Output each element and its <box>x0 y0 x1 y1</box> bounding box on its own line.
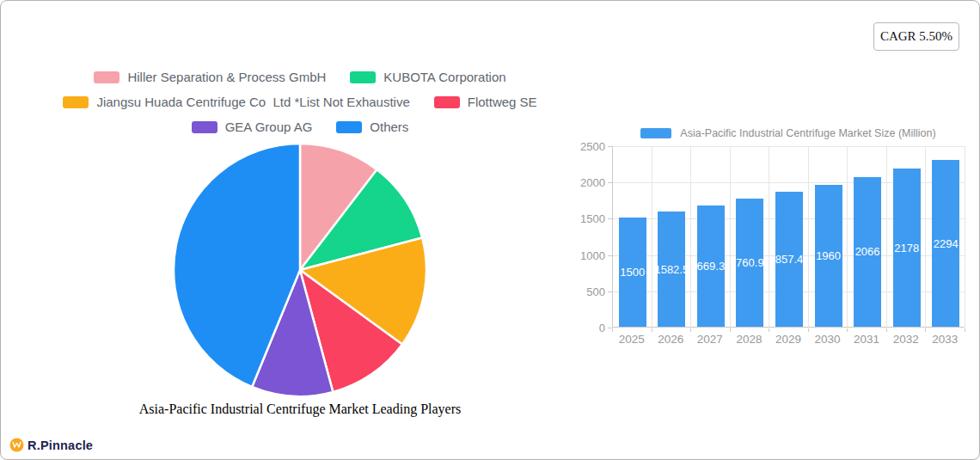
y-axis-tick-label: 500 <box>569 285 605 298</box>
bar-2033[interactable]: 2294 <box>932 160 959 327</box>
brand-logo: R.Pinnacle <box>9 438 93 452</box>
x-axis-tick <box>612 328 613 332</box>
x-axis-tick <box>925 328 926 332</box>
y-axis-tick-label: 2500 <box>569 140 605 153</box>
x-axis-tick-label: 2028 <box>730 333 769 346</box>
x-axis-tick <box>886 328 887 332</box>
x-axis-tick-label: 2033 <box>925 333 965 346</box>
brand-circle-icon <box>9 438 24 452</box>
legend-swatch-icon <box>63 96 89 108</box>
legend-swatch-icon <box>336 121 362 133</box>
pie-legend: Hiller Separation & Process GmbHKUBOTA C… <box>21 64 579 139</box>
legend-swatch-icon <box>434 96 460 108</box>
legend-swatch-icon <box>350 71 376 83</box>
bar-2031[interactable]: 2066 <box>854 177 881 327</box>
x-axis-tick-label: 2026 <box>652 333 691 346</box>
bar-chart-plot: 15001582.51669.381760.981857.46196020662… <box>612 146 965 328</box>
pie-legend-row: Hiller Separation & Process GmbHKUBOTA C… <box>21 64 579 89</box>
bar-2032[interactable]: 2178 <box>893 169 921 327</box>
x-axis-tick <box>808 328 809 332</box>
x-axis-tick <box>769 328 769 332</box>
legend-item-label: GEA Group AG <box>225 120 313 134</box>
legend-swatch-icon <box>192 121 217 133</box>
bar-legend-label: Asia-Pacific Industrial Centrifuge Marke… <box>680 127 935 139</box>
pie-chart <box>171 141 429 399</box>
pie-legend-row: Jiangsu Huada Centrifuge Co Ltd *List No… <box>21 89 579 114</box>
y-axis-tick <box>608 255 612 256</box>
legend-item-label: Jiangsu Huada Centrifuge Co Ltd *List No… <box>96 95 409 109</box>
gridline <box>690 146 691 327</box>
bar-value-label: 2178 <box>894 242 919 255</box>
gridline <box>769 146 769 327</box>
bar-2026[interactable]: 1582.5 <box>658 212 685 327</box>
x-axis-tick <box>652 328 652 332</box>
bar-value-label: 1500 <box>620 266 645 279</box>
x-axis-tick <box>847 328 848 332</box>
y-axis-tick-label: 1000 <box>569 249 605 262</box>
x-axis-tick-label: 2025 <box>612 333 652 346</box>
pie-chart-title: Asia-Pacific Industrial Centrifuge Marke… <box>1 402 599 417</box>
bar-value-label: 2294 <box>934 237 959 250</box>
y-axis-tick <box>608 218 612 219</box>
gridline <box>613 146 965 147</box>
x-axis-tick-label: 2030 <box>808 333 848 346</box>
legend-item-label: KUBOTA Corporation <box>383 70 505 84</box>
x-axis-tick <box>730 328 731 332</box>
x-axis-tick-label: 2029 <box>769 333 808 346</box>
chart-card: CAGR 5.50% Hiller Separation & Process G… <box>0 0 980 460</box>
legend-item-label: Hiller Separation & Process GmbH <box>127 70 326 84</box>
pie-legend-item[interactable]: Jiangsu Huada Centrifuge Co Ltd *List No… <box>63 95 409 109</box>
y-axis-tick <box>608 146 612 147</box>
y-axis-tick <box>608 291 612 292</box>
gridline <box>652 146 652 327</box>
pie-legend-item[interactable]: Hiller Separation & Process GmbH <box>94 70 326 84</box>
x-axis-tick <box>690 328 691 332</box>
bar-2027[interactable]: 1669.38 <box>697 205 725 327</box>
bar-2028[interactable]: 1760.98 <box>736 199 763 327</box>
gridline <box>886 146 887 327</box>
pie-legend-item[interactable]: Flottweg SE <box>434 95 537 109</box>
bar-value-label: 1760.98 <box>736 256 763 269</box>
bar-legend-swatch-icon <box>640 128 671 138</box>
bar-value-label: 1582.5 <box>658 263 685 276</box>
legend-item-label: Others <box>370 120 408 134</box>
pie-legend-item[interactable]: KUBOTA Corporation <box>350 70 505 84</box>
y-axis-tick-label: 2000 <box>569 176 605 189</box>
pie-legend-item[interactable]: GEA Group AG <box>192 120 313 134</box>
bar-chart-legend[interactable]: Asia-Pacific Industrial Centrifuge Marke… <box>612 126 965 140</box>
bar-2029[interactable]: 1857.46 <box>775 192 803 327</box>
y-axis-tick <box>608 182 612 183</box>
x-axis-tick-label: 2032 <box>886 333 926 346</box>
bar-value-label: 2066 <box>855 245 880 258</box>
gridline <box>730 146 731 327</box>
bar-value-label: 1857.46 <box>775 253 803 266</box>
pie-legend-row: GEA Group AGOthers <box>21 114 579 139</box>
gridline <box>808 146 809 327</box>
x-axis-tick <box>965 328 965 332</box>
bar-2025[interactable]: 1500 <box>619 218 646 327</box>
legend-swatch-icon <box>94 71 119 83</box>
y-axis-tick-label: 1500 <box>569 212 605 225</box>
bar-2030[interactable]: 1960 <box>815 185 842 327</box>
gridline <box>847 146 848 327</box>
bar-value-label: 1669.38 <box>697 260 725 273</box>
gridline <box>925 146 926 327</box>
brand-name: R.Pinnacle <box>28 439 93 452</box>
y-axis-tick-label: 0 <box>569 322 605 334</box>
cagr-badge: CAGR 5.50% <box>873 22 959 51</box>
gridline <box>965 146 965 327</box>
legend-item-label: Flottweg SE <box>468 95 537 109</box>
bar-value-label: 1960 <box>816 249 841 262</box>
pie-legend-item[interactable]: Others <box>336 120 408 134</box>
x-axis-tick-label: 2027 <box>690 333 730 346</box>
x-axis-tick-label: 2031 <box>847 333 886 346</box>
